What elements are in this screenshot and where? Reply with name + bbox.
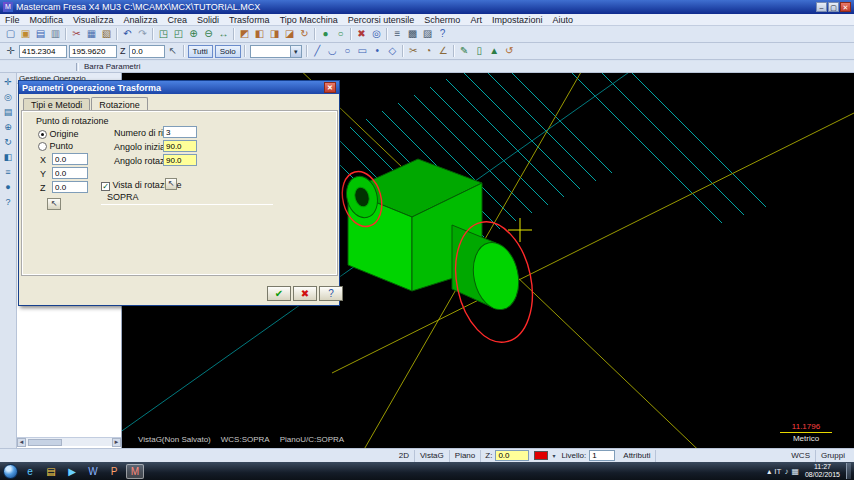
scroll-right-icon[interactable]: ► — [112, 438, 121, 447]
menu-item[interactable]: Schermo — [419, 14, 465, 26]
mru-functions-icon[interactable]: ✛ — [2, 76, 15, 88]
groups-button[interactable]: Gruppi — [816, 450, 850, 462]
radio-point[interactable]: Punto — [38, 141, 73, 151]
z-input[interactable] — [52, 181, 88, 193]
surface-icon[interactable]: ▯ — [472, 44, 487, 58]
clock[interactable]: 11:27 08/02/2015 — [802, 463, 843, 479]
sketch-icon[interactable]: ✎ — [457, 44, 472, 58]
point-icon[interactable]: • — [370, 44, 385, 58]
taskbar-mastercam-icon[interactable]: M — [126, 464, 144, 479]
copy-icon[interactable]: ▦ — [84, 27, 99, 41]
redo-icon[interactable]: ↷ — [135, 27, 150, 41]
language-indicator[interactable]: IT — [774, 467, 781, 476]
taskbar-media-icon[interactable]: ▶ — [63, 464, 81, 479]
cancel-button[interactable]: ✖ — [293, 286, 317, 301]
scrollbar-thumb[interactable] — [28, 439, 62, 446]
gview-top-icon[interactable]: ◧ — [252, 27, 267, 41]
repaint-icon[interactable]: ↻ — [2, 136, 15, 148]
analyze-icon[interactable]: ◎ — [369, 27, 384, 41]
menu-item[interactable]: Crea — [162, 14, 192, 26]
close-button[interactable]: ✕ — [840, 2, 851, 12]
zoom-strip-icon[interactable]: ⊕ — [2, 121, 15, 133]
wcs-button[interactable]: WCS — [786, 450, 816, 462]
select-point-button[interactable]: ↖ — [47, 198, 61, 210]
levels-icon[interactable]: ≡ — [390, 27, 405, 41]
line-icon[interactable]: ╱ — [310, 44, 325, 58]
radio-point-icon[interactable] — [38, 142, 47, 151]
level-input[interactable] — [589, 450, 615, 461]
menu-item[interactable]: Percorsi utensile — [343, 14, 420, 26]
horizontal-scrollbar[interactable]: ◄ ► — [17, 437, 121, 446]
dialog-close-icon[interactable]: ✕ — [324, 82, 336, 93]
menu-item[interactable]: File — [0, 14, 25, 26]
open-folder-icon[interactable]: ▣ — [18, 27, 33, 41]
transform-icon[interactable]: ↺ — [502, 44, 517, 58]
fillet-icon[interactable]: ◔ — [421, 44, 436, 58]
tray-network-icon[interactable]: ▦ — [791, 467, 799, 476]
scroll-left-icon[interactable]: ◄ — [17, 438, 26, 447]
y-input[interactable] — [52, 167, 88, 179]
cut-icon[interactable]: ✂ — [69, 27, 84, 41]
checkbox-checked-icon[interactable]: ✓ — [101, 182, 110, 191]
gview-button[interactable]: VistaG — [415, 450, 450, 462]
gui-select-icon[interactable]: ↖ — [166, 44, 181, 58]
minimize-button[interactable]: – — [816, 2, 827, 12]
circle-icon[interactable]: ○ — [340, 44, 355, 58]
x-input[interactable] — [52, 153, 88, 165]
paste-icon[interactable]: ▧ — [99, 27, 114, 41]
wireframe-icon[interactable]: ○ — [333, 27, 348, 41]
tab-types-methods[interactable]: Tipi e Metodi — [23, 98, 90, 112]
help-button[interactable]: ? — [319, 286, 343, 301]
attributes-button[interactable]: Attributi — [618, 450, 656, 462]
views-strip-icon[interactable]: ◧ — [2, 151, 15, 163]
chevron-down-icon[interactable]: ▾ — [550, 452, 557, 459]
radio-origin[interactable]: Origine — [38, 129, 79, 139]
autocursor-icon[interactable]: ✛ — [3, 44, 18, 58]
taskbar-ie-icon[interactable]: e — [21, 464, 39, 479]
print-icon[interactable]: ▥ — [48, 27, 63, 41]
delete-icon[interactable]: ✖ — [354, 27, 369, 41]
menu-item[interactable]: Visualizza — [68, 14, 118, 26]
new-file-icon[interactable]: ▢ — [3, 27, 18, 41]
z-coordinate-input[interactable] — [129, 45, 165, 58]
pan-icon[interactable]: ↔ — [216, 27, 231, 41]
menu-item[interactable]: Analizza — [118, 14, 162, 26]
rectangle-icon[interactable]: ▭ — [355, 44, 370, 58]
solids-icon[interactable]: ▲ — [487, 44, 502, 58]
analyze-point-icon[interactable]: ◎ — [2, 91, 15, 103]
arc-icon[interactable]: ◡ — [325, 44, 340, 58]
ok-button[interactable]: ✔ — [267, 286, 291, 301]
select-all-button[interactable]: Tutti — [188, 45, 213, 58]
shade-strip-icon[interactable]: ● — [2, 181, 15, 193]
zoom-window-icon[interactable]: ◰ — [171, 27, 186, 41]
help-icon[interactable]: ? — [435, 27, 450, 41]
taskbar-explorer-icon[interactable]: ▤ — [42, 464, 60, 479]
select-view-button[interactable]: ↖ — [165, 178, 177, 190]
gview-isometric-icon[interactable]: ◩ — [237, 27, 252, 41]
rotation-angle-input[interactable] — [163, 154, 197, 166]
2d-3d-toggle[interactable]: 2D — [394, 450, 415, 462]
selection-combo[interactable]: ▾ — [250, 45, 302, 58]
taskbar-powerpoint-icon[interactable]: P — [105, 464, 123, 479]
undo-icon[interactable]: ↶ — [120, 27, 135, 41]
maximize-button[interactable]: ▢ — [828, 2, 839, 12]
save-icon[interactable]: ▤ — [33, 27, 48, 41]
menu-item[interactable]: Impostazioni — [487, 14, 548, 26]
polygon-icon[interactable]: ◇ — [385, 44, 400, 58]
color-swatch[interactable] — [534, 451, 548, 460]
y-coordinate-input[interactable] — [69, 45, 117, 58]
menu-item[interactable]: Art — [465, 14, 487, 26]
tray-volume-icon[interactable]: ♪ — [784, 467, 788, 476]
gview-front-icon[interactable]: ◨ — [267, 27, 282, 41]
z-depth-input[interactable] — [495, 450, 529, 461]
menu-item[interactable]: Trasforma — [224, 14, 275, 26]
file-strip-icon[interactable]: ▤ — [2, 106, 15, 118]
trim-icon[interactable]: ✂ — [406, 44, 421, 58]
shading-icon[interactable]: ● — [318, 27, 333, 41]
repeat-count-input[interactable] — [163, 126, 197, 138]
taskbar-word-icon[interactable]: W — [84, 464, 102, 479]
show-desktop-button[interactable] — [846, 463, 851, 479]
levels-strip-icon[interactable]: ≡ — [2, 166, 15, 178]
zoom-fit-icon[interactable]: ◳ — [156, 27, 171, 41]
tray-expand-icon[interactable]: ▴ — [767, 467, 771, 476]
